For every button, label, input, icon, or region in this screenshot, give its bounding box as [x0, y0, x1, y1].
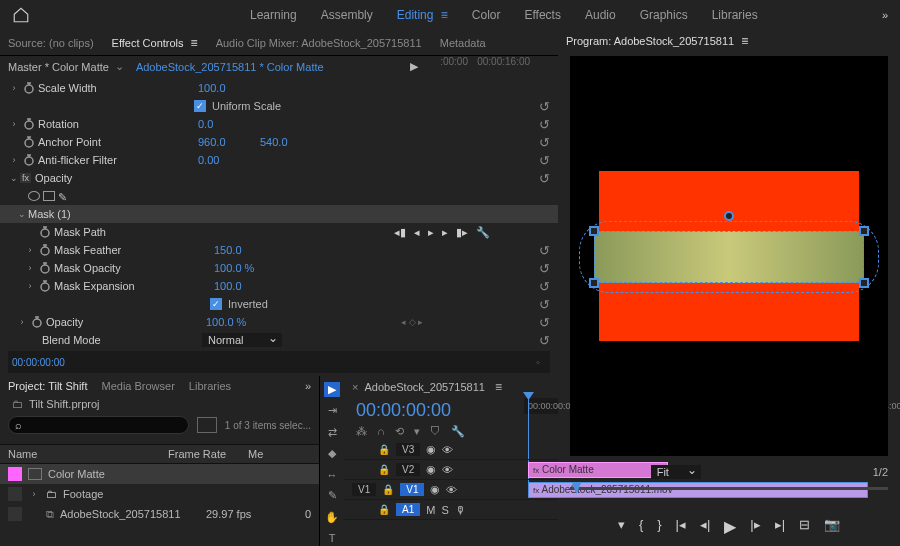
- stopwatch-icon[interactable]: [22, 153, 36, 167]
- reset-icon[interactable]: ↺: [539, 135, 550, 150]
- tab-effects[interactable]: Effects: [524, 6, 560, 24]
- value-mask-opacity[interactable]: 100.0 %: [214, 262, 314, 274]
- magnet-icon[interactable]: ∩: [377, 425, 385, 438]
- ec-timecode[interactable]: 00:00:00:00: [12, 357, 65, 368]
- lock-icon[interactable]: 🔒: [382, 484, 394, 495]
- slip-tool-icon[interactable]: ↔: [324, 467, 340, 482]
- mask-handle[interactable]: [589, 226, 599, 236]
- tab-libraries-panel[interactable]: Libraries: [189, 380, 231, 392]
- mask-handle[interactable]: [859, 278, 869, 288]
- hand-tool-icon[interactable]: ✋: [324, 510, 340, 525]
- checkbox-uniform-scale[interactable]: ✓: [194, 100, 206, 112]
- track-forward-icon[interactable]: ▮▸: [456, 226, 468, 239]
- stopwatch-icon[interactable]: [38, 261, 52, 275]
- mic-icon[interactable]: 🎙: [455, 504, 466, 516]
- toggle-output-icon[interactable]: ◉: [426, 443, 436, 456]
- wrench-icon[interactable]: 🔧: [451, 425, 465, 438]
- reset-icon[interactable]: ↺: [539, 279, 550, 294]
- tab-color[interactable]: Color: [472, 6, 501, 24]
- step-forward-icon[interactable]: |▸: [750, 517, 760, 536]
- track-back-icon[interactable]: ◂▮: [394, 226, 406, 239]
- mark-in-icon[interactable]: ▾: [618, 517, 625, 536]
- col-media[interactable]: Me: [248, 448, 263, 460]
- lift-icon[interactable]: ⊟: [799, 517, 810, 536]
- value-anchor-x[interactable]: 960.0: [198, 136, 248, 148]
- value-rotation[interactable]: 0.0: [198, 118, 298, 130]
- stopwatch-icon[interactable]: [38, 279, 52, 293]
- prev-frame-icon[interactable]: ◂: [414, 226, 420, 239]
- more-workspaces-icon[interactable]: »: [882, 9, 888, 21]
- value-mask-feather[interactable]: 150.0: [214, 244, 314, 256]
- reset-icon[interactable]: ↺: [539, 171, 550, 186]
- lock-icon[interactable]: 🔒: [378, 464, 390, 475]
- dropdown-blend-mode[interactable]: Normal: [202, 333, 282, 347]
- reset-icon[interactable]: ↺: [539, 117, 550, 132]
- reset-icon[interactable]: ↺: [539, 315, 550, 330]
- tab-program[interactable]: Program: AdobeStock_205715811: [566, 35, 748, 47]
- mark-in-icon[interactable]: {: [639, 517, 643, 536]
- type-tool-icon[interactable]: T: [324, 531, 340, 546]
- toggle-output-icon[interactable]: ◉: [430, 483, 440, 496]
- clip-color-matte[interactable]: fx Color Matte: [528, 462, 668, 478]
- value-opacity[interactable]: 100.0 %: [206, 316, 306, 328]
- tab-project[interactable]: Project: Tilt Shift: [8, 380, 87, 392]
- home-icon[interactable]: [12, 6, 30, 24]
- tab-audio[interactable]: Audio: [585, 6, 616, 24]
- sequence-name[interactable]: AdobeStock_205715811: [364, 381, 485, 393]
- mask-rotate-handle[interactable]: [724, 211, 734, 221]
- value-scale-width[interactable]: 100.0: [198, 82, 298, 94]
- eye-icon[interactable]: 👁: [442, 444, 453, 456]
- bin-thumb-icon[interactable]: [197, 417, 217, 433]
- program-monitor[interactable]: [570, 56, 888, 456]
- mask-handle[interactable]: [859, 226, 869, 236]
- tab-effect-controls[interactable]: Effect Controls: [112, 36, 198, 50]
- value-anchor-y[interactable]: 540.0: [260, 136, 288, 148]
- lock-icon[interactable]: 🔒: [378, 444, 390, 455]
- mute-icon[interactable]: M: [426, 504, 435, 516]
- reset-icon[interactable]: ↺: [539, 261, 550, 276]
- stopwatch-icon[interactable]: [30, 315, 44, 329]
- reset-icon[interactable]: ↺: [539, 243, 550, 258]
- tab-audio-mixer[interactable]: Audio Clip Mixer: AdobeStock_205715811: [216, 37, 422, 49]
- step-back-icon[interactable]: ◂|: [700, 517, 710, 536]
- track-v1[interactable]: V1: [400, 483, 424, 496]
- tab-assembly[interactable]: Assembly: [321, 6, 373, 24]
- search-input[interactable]: [8, 416, 189, 434]
- mask-handle[interactable]: [589, 278, 599, 288]
- track-v3[interactable]: V3: [396, 443, 420, 456]
- next-frame-icon[interactable]: ▸: [442, 226, 448, 239]
- checkbox-inverted[interactable]: ✓: [210, 298, 222, 310]
- reset-icon[interactable]: ↺: [539, 99, 550, 114]
- tab-editing[interactable]: Editing: [397, 6, 448, 24]
- go-to-in-icon[interactable]: |◂: [676, 517, 686, 536]
- tab-graphics[interactable]: Graphics: [640, 6, 688, 24]
- value-mask-expansion[interactable]: 100.0: [214, 280, 314, 292]
- track-v2[interactable]: V2: [396, 463, 420, 476]
- bin-item-footage[interactable]: ›🗀Footage: [0, 484, 319, 504]
- value-anti-flicker[interactable]: 0.00: [198, 154, 298, 166]
- fx-badge[interactable]: fx: [20, 173, 31, 183]
- bin-item-color-matte[interactable]: Color Matte: [0, 464, 319, 484]
- program-scrubber[interactable]: [570, 487, 888, 507]
- keyframe-nav[interactable]: ◂ ◇ ▸: [401, 317, 423, 327]
- lock-icon[interactable]: 🔒: [378, 504, 390, 515]
- reset-icon[interactable]: ↺: [539, 297, 550, 312]
- tab-metadata[interactable]: Metadata: [440, 37, 486, 49]
- ripple-tool-icon[interactable]: ⇄: [324, 425, 340, 440]
- selection-tool-icon[interactable]: ▶: [324, 382, 340, 397]
- razor-tool-icon[interactable]: ◆: [324, 446, 340, 461]
- stopwatch-icon[interactable]: [38, 225, 52, 239]
- tab-learning[interactable]: Learning: [250, 6, 297, 24]
- tab-libraries[interactable]: Libraries: [712, 6, 758, 24]
- play-icon[interactable]: ▶: [724, 517, 736, 536]
- stopwatch-icon[interactable]: [22, 117, 36, 131]
- close-icon[interactable]: ×: [352, 381, 358, 393]
- go-to-out-icon[interactable]: ▸|: [775, 517, 785, 536]
- solo-icon[interactable]: S: [441, 504, 448, 516]
- track-a1[interactable]: A1: [396, 503, 420, 516]
- track-select-tool-icon[interactable]: ⇥: [324, 403, 340, 418]
- timeline-timecode[interactable]: 00:00:00:00: [344, 398, 524, 423]
- eye-icon[interactable]: 👁: [442, 464, 453, 476]
- stopwatch-icon[interactable]: [22, 81, 36, 95]
- mask-1[interactable]: Mask (1): [28, 208, 188, 220]
